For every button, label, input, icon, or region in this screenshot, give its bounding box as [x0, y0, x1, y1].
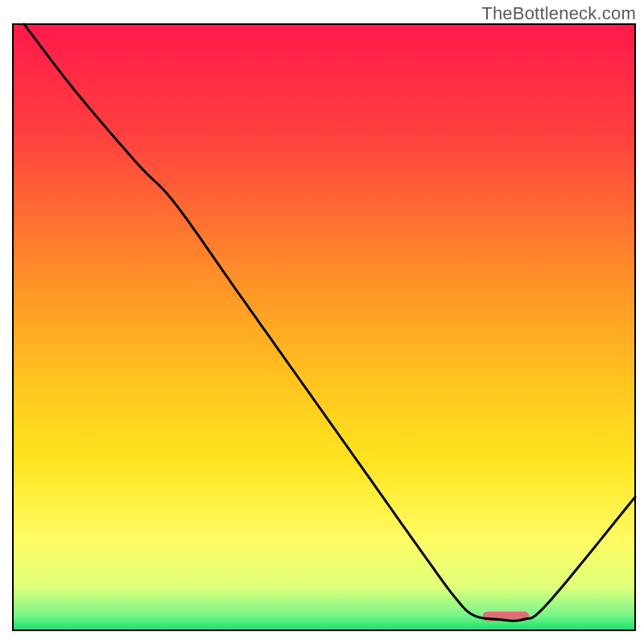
gradient-background [13, 24, 635, 630]
bottleneck-chart [0, 0, 644, 644]
chart-container: TheBottleneck.com [0, 0, 644, 644]
